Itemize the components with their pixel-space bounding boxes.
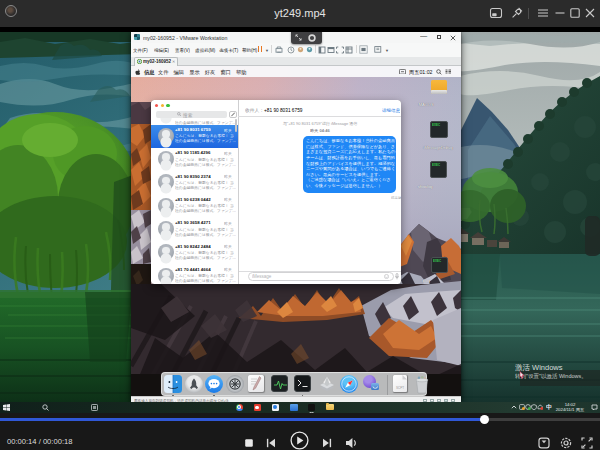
svg-text:SCPT: SCPT: [395, 386, 403, 390]
